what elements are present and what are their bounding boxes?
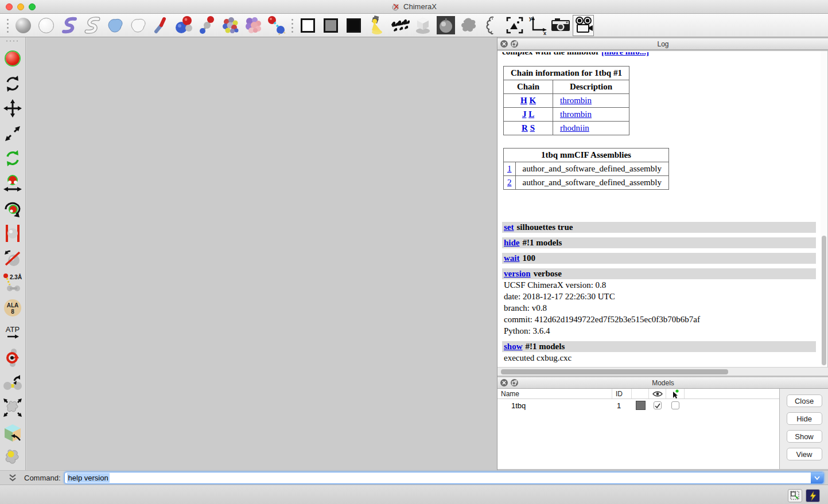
- show-hydrogen-bonds-icon[interactable]: [265, 15, 286, 36]
- clip-mode-icon[interactable]: [2, 423, 23, 443]
- id-column-header[interactable]: ID: [612, 389, 632, 398]
- chain-link[interactable]: R: [522, 123, 528, 132]
- log-panel: Log complex with the inhibitor [more inf…: [497, 38, 828, 377]
- svg-text:ALA: ALA: [7, 302, 19, 308]
- shown-column-header[interactable]: [649, 389, 666, 398]
- models-close-icon[interactable]: [500, 379, 508, 386]
- bond-rotation-icon[interactable]: [2, 373, 23, 393]
- full-lighting-icon[interactable]: [435, 15, 456, 36]
- select-mode-icon[interactable]: [2, 49, 23, 69]
- log-horizontal-scrollbar[interactable]: [497, 367, 828, 376]
- show-model-button[interactable]: Show: [787, 430, 822, 443]
- description-link[interactable]: thrombin: [560, 96, 592, 105]
- default-lighting-icon[interactable]: [366, 15, 387, 36]
- label-atom-icon[interactable]: ATP: [2, 323, 23, 343]
- gray-background-icon[interactable]: [320, 15, 341, 36]
- close-window-button[interactable]: [6, 3, 13, 10]
- hide-surfaces-icon[interactable]: [127, 15, 149, 36]
- toolbar-drag-handle[interactable]: [5, 17, 9, 34]
- zoom-mode-icon[interactable]: [2, 123, 23, 143]
- collapse-chevron-icon[interactable]: [9, 474, 17, 482]
- description-link[interactable]: rhodniin: [560, 123, 589, 132]
- move-surface-icon[interactable]: [2, 398, 23, 418]
- command-input-value: help version: [67, 473, 110, 483]
- color-by-chain-icon[interactable]: [242, 15, 263, 36]
- hide-atoms-icon[interactable]: [36, 15, 57, 36]
- eye-icon: [652, 390, 663, 397]
- zoom-window-button[interactable]: [29, 3, 36, 10]
- soft-lighting-icon[interactable]: [412, 15, 433, 36]
- rotate-model-icon[interactable]: [2, 198, 23, 218]
- description-link[interactable]: thrombin: [560, 110, 592, 119]
- snapshot-icon[interactable]: [550, 15, 571, 36]
- resize-graphics-button[interactable]: [788, 489, 802, 502]
- translate-selected-models-icon[interactable]: [2, 173, 23, 193]
- log-close-icon[interactable]: [500, 40, 508, 48]
- chain-link[interactable]: L: [528, 110, 534, 119]
- show-surfaces-icon[interactable]: [104, 15, 126, 36]
- show-atoms-icon[interactable]: [13, 15, 34, 36]
- models-undock-icon[interactable]: [511, 379, 518, 386]
- shadows-icon[interactable]: [458, 15, 479, 36]
- silhouettes-icon[interactable]: [481, 15, 502, 36]
- delete-bond-icon[interactable]: [2, 248, 23, 268]
- graphics-viewport[interactable]: [26, 37, 497, 470]
- model-selected-checkbox[interactable]: [671, 401, 679, 409]
- command-doc-link[interactable]: version: [504, 269, 531, 278]
- toolbar-drag-handle-2[interactable]: [290, 17, 294, 34]
- distance-mode-icon[interactable]: 2.3Å: [2, 273, 23, 293]
- command-doc-link[interactable]: hide: [504, 238, 520, 247]
- zone-mode-icon[interactable]: [2, 448, 23, 468]
- table-row: 2 author_and_software_defined_assembly: [504, 176, 669, 190]
- command-doc-link[interactable]: wait: [504, 253, 520, 263]
- name-column-header[interactable]: Name: [497, 389, 612, 398]
- white-background-icon[interactable]: [297, 15, 318, 36]
- ball-and-stick-style-icon[interactable]: [196, 15, 217, 36]
- torsion-mode-icon[interactable]: [2, 348, 23, 368]
- minimize-window-button[interactable]: [17, 3, 24, 10]
- chain-link[interactable]: K: [529, 96, 536, 105]
- lightning-icon: [809, 491, 817, 501]
- model-shown-checkbox[interactable]: [654, 401, 662, 409]
- pivot-mode-icon[interactable]: [2, 223, 23, 243]
- assembly-link[interactable]: 1: [507, 164, 512, 173]
- version-output-line: Python: 3.6.4: [502, 325, 816, 337]
- svg-text:ATP: ATP: [6, 325, 20, 334]
- model-row-1tbq[interactable]: 1tbq 1: [497, 399, 779, 412]
- view-all-icon[interactable]: [504, 15, 525, 36]
- chain-link[interactable]: H: [520, 96, 527, 105]
- hide-cartoons-icon[interactable]: [81, 15, 103, 36]
- orient-axes-icon[interactable]: y x: [527, 15, 548, 36]
- label-residue-icon[interactable]: ALA 8: [2, 298, 23, 318]
- models-buttons: Close Hide Show View: [780, 389, 828, 469]
- sidebar-drag-handle[interactable]: [5, 40, 20, 44]
- chain-link[interactable]: S: [530, 123, 535, 132]
- main-toolbar: y x: [0, 14, 828, 37]
- log-vertical-scrollbar[interactable]: [821, 51, 827, 367]
- view-model-button[interactable]: View: [787, 448, 822, 460]
- color-by-heteroatom-icon[interactable]: [219, 15, 240, 36]
- rotate-mode-icon[interactable]: [2, 73, 23, 93]
- fast-mode-button[interactable]: [806, 489, 820, 502]
- black-background-icon[interactable]: [343, 15, 364, 36]
- rotate-selected-models-icon[interactable]: [2, 149, 23, 169]
- command-history-dropdown[interactable]: [811, 472, 823, 483]
- model-color-swatch[interactable]: [636, 401, 646, 410]
- close-model-button[interactable]: Close: [787, 394, 822, 407]
- translate-mode-icon[interactable]: [2, 99, 23, 119]
- more-info-link[interactable]: [more info...]: [601, 52, 649, 56]
- stick-style-icon[interactable]: [150, 15, 172, 36]
- command-doc-link[interactable]: show: [504, 342, 523, 351]
- hide-model-button[interactable]: Hide: [787, 412, 822, 425]
- chain-link[interactable]: J: [522, 110, 527, 119]
- record-movie-icon[interactable]: [573, 15, 594, 36]
- show-cartoons-icon[interactable]: [59, 15, 80, 36]
- log-undock-icon[interactable]: [511, 40, 518, 48]
- resize-graphics-icon: [790, 491, 800, 501]
- simple-lighting-icon[interactable]: [389, 15, 410, 36]
- assembly-link[interactable]: 2: [507, 178, 512, 187]
- sphere-style-icon[interactable]: [173, 15, 195, 36]
- command-input[interactable]: help version: [64, 472, 824, 484]
- selected-column-header[interactable]: [666, 389, 685, 398]
- command-doc-link[interactable]: set: [504, 222, 514, 232]
